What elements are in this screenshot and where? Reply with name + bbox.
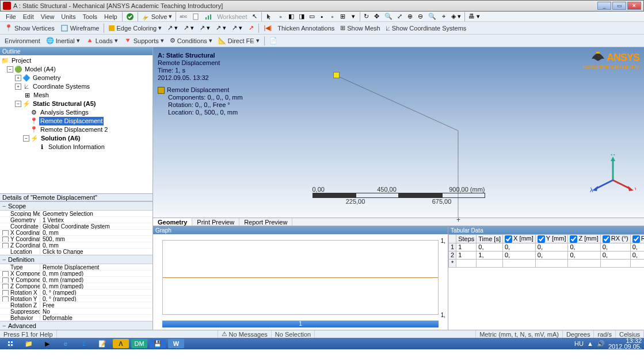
v-scoping[interactable]: Geometry Selection: [40, 211, 153, 216]
edge-1-icon[interactable]: ↗ ▾: [165, 23, 180, 33]
notes-icon[interactable]: 📝: [94, 339, 110, 348]
show-coord-button[interactable]: ⟀Show Coordinate Systems: [384, 25, 469, 32]
th-steps[interactable]: Steps: [456, 235, 477, 243]
tree-ss[interactable]: Static Structural (A5): [32, 100, 97, 108]
lang-indicator[interactable]: HU: [574, 340, 584, 347]
v-roty[interactable]: 0, ° (ramped): [40, 296, 153, 302]
v-rotz[interactable]: Free: [40, 302, 153, 308]
show-vertices-button[interactable]: 📍Show Vertices: [2, 24, 57, 32]
doc-icon[interactable]: 📄: [267, 36, 280, 46]
arrow-icon[interactable]: ↖: [250, 12, 260, 22]
menu-file[interactable]: File: [2, 12, 20, 21]
check-icon[interactable]: [124, 12, 136, 22]
menu-help[interactable]: Help: [101, 12, 121, 21]
cursor-icon[interactable]: [263, 12, 276, 22]
tray-flag-icon[interactable]: ▲: [587, 340, 593, 347]
select-edge-icon[interactable]: ▭: [307, 12, 317, 22]
tree-sol[interactable]: Solution (A6): [40, 134, 81, 143]
zoom-fit-icon[interactable]: ⤢: [395, 12, 405, 22]
tray-network-icon[interactable]: 🔊: [597, 340, 605, 348]
select-vertex-icon[interactable]: ▪: [317, 12, 327, 22]
select-node-icon[interactable]: ▫: [327, 12, 338, 22]
ansys-wb-icon[interactable]: Λ: [113, 339, 129, 348]
wireframe-button[interactable]: Wireframe: [58, 24, 102, 32]
expand-icon[interactable]: −: [15, 101, 21, 107]
tree-model[interactable]: Model (A4): [24, 65, 57, 74]
zoom-box-icon[interactable]: 🔍: [382, 12, 395, 22]
pan-icon[interactable]: ✥: [372, 12, 382, 22]
chk-rx[interactable]: [603, 235, 610, 243]
v-behavior[interactable]: Deformable: [40, 315, 153, 321]
select-face-icon[interactable]: ◧: [286, 12, 296, 22]
tree-mesh[interactable]: Mesh: [32, 91, 50, 100]
thicken-annotations-button[interactable]: Thicken Annotations: [275, 25, 337, 32]
edge-4-icon[interactable]: ↗ ▾: [214, 23, 228, 33]
save-icon[interactable]: 💾: [150, 339, 166, 348]
v-location[interactable]: Click to Change: [40, 249, 153, 254]
zoom-in-icon[interactable]: ⊕: [405, 12, 416, 22]
menu-tools[interactable]: Tools: [79, 12, 101, 21]
v-rotx[interactable]: 0, ° (ramped): [40, 289, 153, 295]
tree-coord[interactable]: Coordinate Systems: [32, 82, 91, 91]
edge-3-icon[interactable]: ↗ ▾: [197, 23, 212, 33]
tree-analysis[interactable]: Analysis Settings: [39, 108, 90, 117]
v-zcoord[interactable]: 0, mm: [40, 242, 153, 248]
chk-x[interactable]: [505, 235, 512, 243]
tree-rd1[interactable]: Remote Displacement: [39, 117, 104, 125]
th-time[interactable]: Time [s]: [477, 235, 503, 243]
graph-body[interactable]: 1, 1, 1: [153, 234, 448, 330]
menu-units[interactable]: Units: [58, 12, 79, 21]
status-units[interactable]: Metric (mm, t, N, s, mV, mA): [476, 330, 563, 338]
outline-tree[interactable]: 📁Project −🟢Model (A4) +🔷Geometry +⟀Coord…: [0, 55, 153, 193]
supports-button[interactable]: 🔻Supports ▾: [121, 37, 166, 44]
v-geom[interactable]: 1 Vertex: [40, 217, 153, 223]
explorer-icon[interactable]: 📁: [21, 339, 37, 348]
expand-icon[interactable]: −: [23, 135, 29, 142]
v-type[interactable]: Remote Displacement: [40, 264, 153, 270]
minimize-button[interactable]: _: [597, 2, 611, 10]
tray-date[interactable]: 2012.09.05.: [608, 344, 642, 349]
group-advanced[interactable]: Advanced: [0, 321, 153, 330]
tree-solinfo[interactable]: Solution Information: [47, 143, 106, 151]
chk-z[interactable]: [570, 235, 577, 243]
loads-button[interactable]: 🔺Loads ▾: [83, 37, 120, 44]
rotate-icon[interactable]: ↻: [361, 12, 372, 22]
v-xcomp[interactable]: 0, mm (ramped): [40, 270, 153, 276]
edge-5-icon[interactable]: ↗ ▾: [230, 23, 245, 33]
expand-icon[interactable]: +: [15, 83, 21, 90]
select-mode-icon[interactable]: ▾: [348, 12, 359, 22]
wmp-icon[interactable]: ▶: [39, 339, 55, 348]
chk-ry[interactable]: [632, 235, 640, 243]
select-box-icon[interactable]: ▫: [276, 12, 286, 22]
v-ycoord[interactable]: 500, mm: [40, 236, 153, 242]
graph-timebar[interactable]: 1: [162, 321, 439, 327]
group-scope[interactable]: Scope: [0, 201, 153, 211]
v-ycomp[interactable]: 0, mm (ramped): [40, 277, 153, 283]
v-xcoord[interactable]: 0, mm: [40, 230, 153, 235]
inertial-button[interactable]: 🌐Inertial ▾: [44, 37, 82, 44]
status-messages[interactable]: ⚠No Messages: [218, 330, 272, 338]
v-suppressed[interactable]: No: [40, 308, 153, 314]
abc-icon[interactable]: abc: [177, 12, 189, 22]
dm-icon[interactable]: DM: [131, 339, 147, 348]
edge-2-icon[interactable]: ↗ ▾: [181, 23, 196, 33]
chk-y[interactable]: [538, 235, 545, 243]
word-icon[interactable]: W: [168, 339, 184, 348]
print-icon[interactable]: 🖶 ▾: [466, 12, 482, 22]
v-zcomp[interactable]: 0, mm (ramped): [40, 283, 153, 289]
worksheet-button[interactable]: Worksheet: [215, 13, 249, 20]
view-iso-icon[interactable]: ◈ ▾: [449, 12, 463, 22]
tab-geometry[interactable]: Geometry: [153, 218, 192, 226]
magnify-icon[interactable]: 🔍: [426, 12, 439, 22]
expand-icon[interactable]: +: [15, 75, 21, 81]
edge-coloring-button[interactable]: Edge Coloring ▾: [106, 24, 164, 32]
thicken-toggle-icon[interactable]: |◀|: [261, 23, 274, 33]
group-definition[interactable]: Definition: [0, 255, 153, 264]
tab-print-preview[interactable]: Print Preview: [192, 218, 239, 226]
menu-edit[interactable]: Edit: [20, 12, 37, 21]
close-button[interactable]: ✕: [627, 2, 641, 10]
sigma-icon[interactable]: Σ: [76, 339, 92, 348]
tree-project[interactable]: Project: [10, 56, 32, 65]
v-csys[interactable]: Global Coordinate System: [40, 223, 153, 229]
maximize-button[interactable]: ▭: [612, 2, 626, 10]
